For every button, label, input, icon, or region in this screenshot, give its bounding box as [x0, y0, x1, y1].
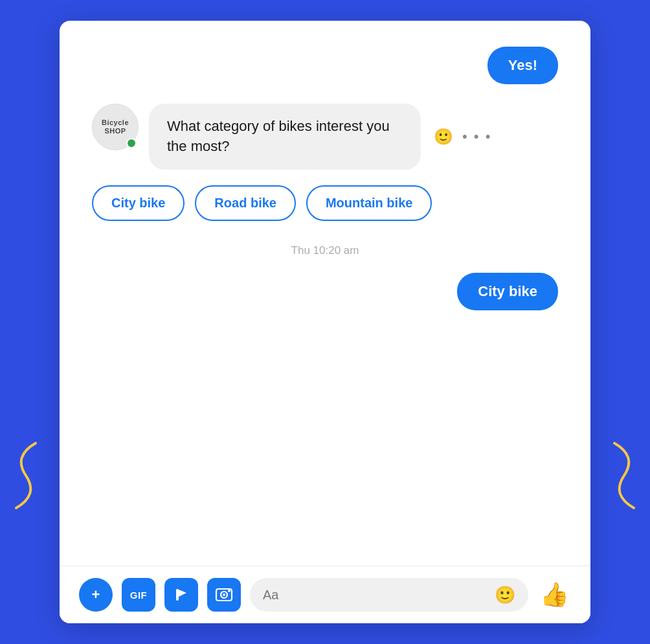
plus-icon: + — [92, 586, 100, 603]
more-options-icon[interactable]: • • • — [462, 128, 491, 145]
avatar-text: Bicycle SHOP — [102, 119, 129, 135]
like-button[interactable]: 👍 — [537, 578, 571, 612]
chat-toolbar: + GIF 🙂 👍 — [60, 566, 590, 623]
quick-reply-city-bike-label: City bike — [111, 196, 165, 210]
message-actions: 🙂 • • • — [434, 128, 491, 146]
emoji-input-icon[interactable]: 🙂 — [495, 585, 515, 605]
squiggle-right-decoration — [611, 437, 650, 514]
user-message-yes: Yes! — [92, 47, 558, 84]
quick-replies-container: City bike Road bike Mountain bike — [92, 185, 558, 221]
svg-point-3 — [223, 593, 225, 596]
add-button[interactable]: + — [79, 578, 113, 612]
quick-reply-road-bike[interactable]: Road bike — [195, 185, 296, 221]
gif-button[interactable]: GIF — [122, 578, 155, 612]
svg-rect-0 — [176, 589, 179, 601]
timestamp-text: Thu 10:20 am — [291, 244, 359, 257]
avatar-line1: Bicycle — [102, 119, 129, 127]
emoji-reaction-icon[interactable]: 🙂 — [434, 128, 453, 146]
city-bike-bubble: City bike — [457, 273, 558, 310]
message-input[interactable] — [263, 588, 495, 603]
chat-window: Yes! Bicycle SHOP What category of bikes… — [60, 21, 590, 623]
quick-reply-city-bike[interactable]: City bike — [92, 185, 185, 221]
online-dot — [126, 138, 137, 148]
svg-point-4 — [228, 590, 230, 592]
message-input-container[interactable]: 🙂 — [250, 578, 528, 612]
avatar-line2: SHOP — [102, 127, 129, 135]
bot-bubble: What category of bikes interest you the … — [149, 104, 421, 170]
city-bike-text: City bike — [478, 283, 537, 299]
quick-reply-road-bike-label: Road bike — [214, 196, 276, 210]
squiggle-left-decoration — [0, 437, 39, 514]
sticker-icon — [172, 586, 190, 604]
bot-message-row: Bicycle SHOP What category of bikes inte… — [92, 104, 558, 170]
quick-reply-mountain-bike-label: Mountain bike — [326, 196, 412, 210]
user-message-city-bike: City bike — [92, 273, 558, 310]
yes-text: Yes! — [508, 57, 537, 73]
yes-bubble: Yes! — [488, 47, 558, 84]
chat-messages-area: Yes! Bicycle SHOP What category of bikes… — [60, 21, 590, 566]
timestamp: Thu 10:20 am — [92, 244, 558, 257]
photo-button[interactable] — [207, 578, 241, 612]
thumbs-up-icon: 👍 — [540, 581, 569, 608]
quick-reply-mountain-bike[interactable]: Mountain bike — [306, 185, 432, 221]
bot-question-text: What category of bikes interest you the … — [167, 118, 390, 154]
photo-icon — [215, 586, 233, 604]
sticker-button[interactable] — [164, 578, 198, 612]
gif-icon: GIF — [130, 590, 148, 601]
bot-avatar: Bicycle SHOP — [92, 104, 139, 150]
